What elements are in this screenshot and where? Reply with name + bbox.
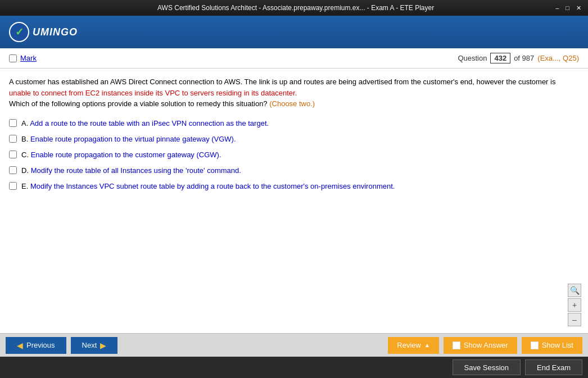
option-c-text: C. Enable route propagation to the custo… [21, 150, 221, 160]
window-controls[interactable]: – □ ✕ [553, 3, 584, 13]
mark-checkbox[interactable] [9, 54, 17, 62]
zoom-out-button[interactable]: – [568, 313, 581, 326]
save-session-button[interactable]: Save Session [453, 359, 521, 375]
question-text: A customer has established an AWS Direct… [9, 76, 579, 110]
option-e-checkbox[interactable] [9, 182, 17, 190]
mark-label[interactable]: Mark [20, 54, 37, 62]
option-e: E. Modify the Instances VPC subnet route… [9, 181, 579, 192]
review-dropdown-icon: ▲ [424, 342, 430, 348]
review-label: Review [397, 341, 421, 349]
question-part1: A customer has established an AWS Direct… [9, 78, 555, 86]
logo-text: UMINGO [33, 26, 78, 38]
review-button[interactable]: Review ▲ [388, 337, 439, 354]
option-b: B. Enable route propagation to the virtu… [9, 134, 579, 144]
option-a-text: A. Add a route to the route table with a… [21, 119, 269, 129]
next-button[interactable]: Next ▶ [71, 337, 118, 354]
end-exam-label: End Exam [537, 363, 571, 372]
option-a-checkbox[interactable] [9, 119, 17, 127]
question-number-area: Question 432 of 987 (Exa..., Q25) [458, 53, 579, 63]
previous-arrow-icon: ◀ [17, 341, 23, 350]
show-answer-button[interactable]: Show Answer [444, 337, 517, 354]
of-total-label: of 987 [514, 54, 534, 62]
end-exam-button[interactable]: End Exam [525, 359, 582, 375]
option-b-text: B. Enable route propagation to the virtu… [21, 134, 236, 144]
next-label: Next [82, 341, 97, 349]
show-answer-label: Show Answer [464, 341, 508, 349]
save-session-label: Save Session [464, 363, 509, 372]
question-meta: (Exa..., Q25) [537, 54, 579, 62]
zoom-in-button[interactable]: + [568, 298, 581, 312]
header-bar: ✓ UMINGO [0, 16, 588, 48]
question-number-box: 432 [490, 53, 510, 63]
action-bar: Save Session End Exam [0, 357, 588, 378]
next-arrow-icon: ▶ [100, 341, 106, 350]
search-icon-btn[interactable]: 🔍 [568, 284, 581, 297]
logo-circle: ✓ [9, 22, 29, 42]
title-bar: AWS Certified Solutions Architect - Asso… [0, 0, 588, 16]
previous-button[interactable]: ◀ Previous [6, 337, 66, 354]
question-part2-highlight: unable to connect from EC2 instances ins… [9, 89, 297, 97]
question-header: Mark Question 432 of 987 (Exa..., Q25) [0, 48, 588, 69]
minimize-button[interactable]: – [553, 3, 561, 13]
option-d: D. Modify the route table of all Instanc… [9, 166, 579, 176]
option-c-checkbox[interactable] [9, 151, 17, 158]
close-button[interactable]: ✕ [574, 3, 584, 13]
option-d-text: D. Modify the route table of all Instanc… [21, 166, 241, 176]
question-choose-two: (Choose two.) [269, 99, 315, 108]
question-label: Question [458, 54, 487, 62]
option-e-text: E. Modify the Instances VPC subnet route… [21, 181, 395, 192]
window-title: AWS Certified Solutions Architect - Asso… [38, 4, 553, 12]
zoom-controls[interactable]: 🔍 + – [568, 284, 581, 326]
option-b-checkbox[interactable] [9, 135, 17, 143]
show-answer-icon [453, 341, 460, 349]
options-list: A. Add a route to the route table with a… [9, 119, 579, 192]
main-content: A customer has established an AWS Direct… [0, 69, 588, 333]
logo-checkmark-icon: ✓ [15, 26, 24, 38]
maximize-button[interactable]: □ [563, 3, 572, 13]
show-list-label: Show List [542, 341, 573, 349]
option-d-checkbox[interactable] [9, 166, 17, 174]
option-a: A. Add a route to the route table with a… [9, 119, 579, 129]
mark-area[interactable]: Mark [9, 54, 37, 62]
logo-area: ✓ UMINGO [9, 22, 78, 42]
option-c: C. Enable route propagation to the custo… [9, 150, 579, 160]
question-part3: Which of the following options provide a… [9, 99, 269, 108]
bottom-toolbar: ◀ Previous Next ▶ Review ▲ Show Answer S… [0, 333, 588, 357]
previous-label: Previous [26, 341, 55, 349]
show-list-icon [531, 341, 539, 349]
show-list-button[interactable]: Show List [522, 337, 582, 354]
